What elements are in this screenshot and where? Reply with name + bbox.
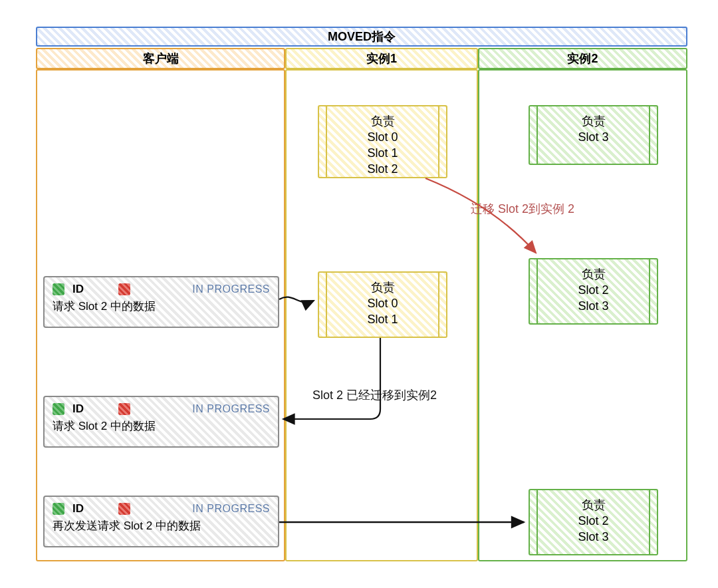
- slotbox-line: Slot 1: [319, 311, 446, 327]
- slotbox-line: Slot 2: [530, 282, 657, 298]
- instance1-state-a: 负责 Slot 0 Slot 1 Slot 2: [318, 105, 447, 178]
- column-header-client: 客户端: [36, 48, 285, 69]
- badge-green-icon: [53, 503, 64, 515]
- diagram-stage: MOVED指令 客户端 实例1 实例2 负责 Slot 0 Slot 1 Slo…: [0, 0, 718, 588]
- slotbox-line: Slot 1: [319, 145, 446, 161]
- card-body: 请求 Slot 2 中的数据: [45, 297, 278, 319]
- badge-red-icon: [118, 403, 130, 415]
- client-request-card-1: ID IN PROGRESS 请求 Slot 2 中的数据: [43, 276, 279, 328]
- client-request-card-2: ID IN PROGRESS 请求 Slot 2 中的数据: [43, 396, 279, 448]
- badge-red-icon: [118, 283, 130, 295]
- slotbox-title: 负责: [530, 497, 657, 513]
- title-bar: MOVED指令: [36, 27, 687, 47]
- slotbox-title: 负责: [530, 113, 657, 129]
- id-label: ID: [72, 502, 84, 515]
- slotbox-line: Slot 0: [319, 295, 446, 311]
- slotbox-line: Slot 3: [530, 298, 657, 314]
- slotbox-line: Slot 3: [530, 129, 657, 145]
- annotation-already-moved: Slot 2 已经迁移到实例2: [312, 387, 437, 403]
- client-request-card-3: ID IN PROGRESS 再次发送请求 Slot 2 中的数据: [43, 496, 279, 547]
- badge-green-icon: [53, 283, 64, 295]
- column-header-instance2: 实例2: [478, 48, 687, 69]
- id-label: ID: [72, 402, 84, 416]
- slotbox-title: 负责: [319, 279, 446, 295]
- annotation-migrate: 迁移 Slot 2到实例 2: [471, 201, 574, 217]
- instance1-state-b: 负责 Slot 0 Slot 1: [318, 271, 447, 338]
- slotbox-line: Slot 0: [319, 129, 446, 145]
- status-text: IN PROGRESS: [192, 283, 270, 295]
- status-text: IN PROGRESS: [192, 403, 270, 415]
- id-label: ID: [72, 283, 84, 296]
- slotbox-line: Slot 2: [319, 161, 446, 177]
- badge-red-icon: [118, 503, 130, 515]
- status-text: IN PROGRESS: [192, 503, 270, 515]
- card-body: 再次发送请求 Slot 2 中的数据: [45, 517, 278, 539]
- instance2-state-b: 负责 Slot 2 Slot 3: [529, 258, 658, 325]
- badge-green-icon: [53, 403, 64, 415]
- instance2-state-a: 负责 Slot 3: [529, 105, 658, 165]
- slotbox-title: 负责: [530, 266, 657, 282]
- instance2-state-c: 负责 Slot 2 Slot 3: [529, 489, 658, 555]
- card-body: 请求 Slot 2 中的数据: [45, 417, 278, 439]
- slotbox-line: Slot 3: [530, 529, 657, 545]
- column-header-instance1: 实例1: [285, 48, 478, 69]
- slotbox-line: Slot 2: [530, 513, 657, 529]
- slotbox-title: 负责: [319, 113, 446, 129]
